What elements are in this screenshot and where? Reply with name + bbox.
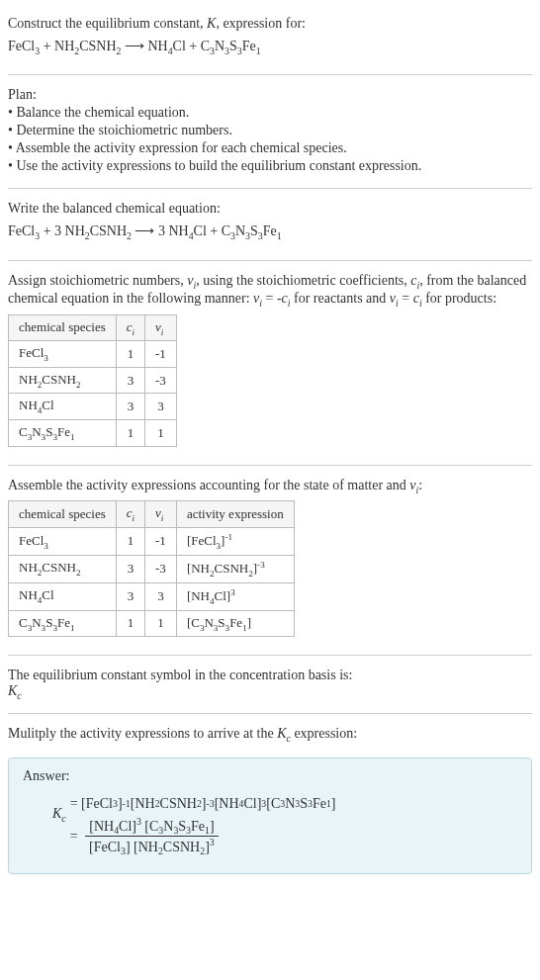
activity-header-species: chemical species — [9, 501, 117, 528]
activity-header-expr: activity expression — [176, 501, 294, 528]
cell: 3 — [116, 367, 144, 394]
divider — [8, 74, 532, 75]
stoich-header-ci: ci — [116, 314, 144, 341]
stoich-table: chemical species ci νi FeCl3 1 -1 NH2CSN… — [8, 314, 177, 447]
activity-text: Assemble the activity expressions accoun… — [8, 478, 532, 495]
table-row: NH2CSNH2 3 -3 — [9, 367, 177, 394]
cell: 1 — [116, 527, 144, 555]
cell: [NH2CSNH2]-3 — [176, 555, 294, 582]
plan-item: • Assemble the activity expression for e… — [8, 140, 532, 156]
divider — [8, 655, 532, 656]
cell: 3 — [145, 394, 177, 420]
divider — [8, 713, 532, 714]
answer-box: Answer: Kc = [FeCl3]-1 [NH2CSNH2]-3 [NH4… — [8, 757, 532, 874]
cell: [NH4Cl]3 — [176, 582, 294, 610]
kc-symbol: Kc — [52, 794, 66, 824]
stoich-text: Assign stoichiometric numbers, νi, using… — [8, 273, 532, 309]
table-row: NH4Cl 3 3 [NH4Cl]3 — [9, 582, 295, 610]
cell: NH4Cl — [9, 582, 117, 610]
divider — [8, 465, 532, 466]
cell: 1 — [145, 419, 177, 446]
cell: [C3N3S3Fe1] — [176, 610, 294, 637]
eqsymbol-symbol: Kc — [8, 683, 532, 701]
table-row: FeCl3 1 -1 — [9, 341, 177, 368]
eqsymbol-text: The equilibrium constant symbol in the c… — [8, 668, 532, 683]
plan-item: • Determine the stoichiometric numbers. — [8, 123, 532, 138]
table-row: NH2CSNH2 3 -3 [NH2CSNH2]-3 — [9, 555, 295, 582]
activity-header-vi: νi — [145, 501, 177, 528]
header-line1: Construct the equilibrium constant, K, e… — [8, 16, 532, 32]
table-row: NH4Cl 3 3 — [9, 394, 177, 420]
cell: C3N3S3Fe1 — [9, 610, 117, 637]
cell: 1 — [116, 341, 144, 368]
cell: 3 — [116, 394, 144, 420]
multiply-section: Mulitply the activity expressions to arr… — [8, 718, 532, 752]
answer-content: Kc = [FeCl3]-1 [NH2CSNH2]-3 [NH4Cl]3 [C3… — [52, 794, 517, 859]
plan-section: Plan: • Balance the chemical equation. •… — [8, 79, 532, 184]
stoich-header-species: chemical species — [9, 314, 117, 341]
cell: NH2CSNH2 — [9, 367, 117, 394]
cell: -1 — [145, 527, 177, 555]
stoich-section: Assign stoichiometric numbers, νi, using… — [8, 265, 532, 461]
answer-label: Answer: — [23, 768, 517, 784]
cell: -3 — [145, 555, 177, 582]
plan-item: • Balance the chemical equation. — [8, 105, 532, 121]
cell: 3 — [116, 582, 144, 610]
cell: 1 — [116, 610, 144, 637]
cell: 3 — [145, 582, 177, 610]
cell: 1 — [116, 419, 144, 446]
balanced-section: Write the balanced chemical equation: Fe… — [8, 193, 532, 255]
header-section: Construct the equilibrium constant, K, e… — [8, 8, 532, 70]
balanced-equation: FeCl3 + 3 NH2CSNH2 ⟶ 3 NH4Cl + C3N3S3Fe1 — [8, 221, 532, 243]
cell: 3 — [116, 555, 144, 582]
header-equation: FeCl3 + NH2CSNH2 ⟶ NH4Cl + C3N3S3Fe1 — [8, 36, 532, 58]
plan-item: • Use the activity expressions to build … — [8, 158, 532, 174]
answer-line1: = [FeCl3]-1 [NH2CSNH2]-3 [NH4Cl]3 [C3N3S… — [70, 796, 336, 812]
cell: FeCl3 — [9, 341, 117, 368]
answer-line2: = [NH4Cl]3 [C3N3S3Fe1] [FeCl3] [NH2CSNH2… — [70, 816, 336, 857]
plan-title: Plan: — [8, 87, 532, 103]
cell: -3 — [145, 367, 177, 394]
cell: -1 — [145, 341, 177, 368]
divider — [8, 188, 532, 189]
cell: [FeCl3]-1 — [176, 527, 294, 555]
stoich-header-vi: νi — [145, 314, 177, 341]
cell: NH4Cl — [9, 394, 117, 420]
answer-denominator: [FeCl3] [NH2CSNH2]3 — [85, 837, 219, 856]
cell: FeCl3 — [9, 527, 117, 555]
cell: 1 — [145, 610, 177, 637]
eqsymbol-section: The equilibrium constant symbol in the c… — [8, 660, 532, 709]
divider — [8, 260, 532, 261]
activity-header-ci: ci — [116, 501, 144, 528]
table-row: FeCl3 1 -1 [FeCl3]-1 — [9, 527, 295, 555]
answer-numerator: [NH4Cl]3 [C3N3S3Fe1] — [85, 816, 219, 837]
activity-section: Assemble the activity expressions accoun… — [8, 470, 532, 652]
table-row: C3N3S3Fe1 1 1 — [9, 419, 177, 446]
multiply-text: Mulitply the activity expressions to arr… — [8, 726, 532, 744]
activity-table: chemical species ci νi activity expressi… — [8, 500, 295, 637]
cell: NH2CSNH2 — [9, 555, 117, 582]
balanced-title: Write the balanced chemical equation: — [8, 201, 532, 217]
table-row: C3N3S3Fe1 1 1 [C3N3S3Fe1] — [9, 610, 295, 637]
cell: C3N3S3Fe1 — [9, 419, 117, 446]
